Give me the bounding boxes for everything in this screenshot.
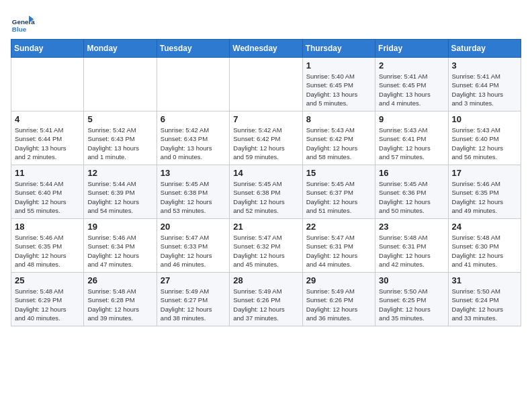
- day-info: Sunrise: 5:50 AM Sunset: 6:24 PM Dayligh…: [452, 287, 517, 322]
- day-number: 26: [87, 275, 152, 285]
- day-number: 25: [15, 275, 80, 285]
- day-number: 24: [452, 222, 517, 232]
- day-number: 22: [306, 222, 371, 232]
- day-number: 11: [15, 168, 80, 178]
- day-info: Sunrise: 5:50 AM Sunset: 6:25 PM Dayligh…: [379, 287, 444, 322]
- col-header-friday: Friday: [375, 40, 448, 58]
- day-number: 17: [452, 168, 517, 178]
- logo-icon: General Blue: [11, 11, 35, 35]
- day-number: 27: [161, 275, 226, 285]
- header: General Blue: [11, 11, 521, 35]
- calendar-cell: 9Sunrise: 5:43 AM Sunset: 6:41 PM Daylig…: [375, 111, 448, 165]
- calendar-cell: 17Sunrise: 5:46 AM Sunset: 6:35 PM Dayli…: [448, 165, 521, 219]
- day-number: 12: [87, 168, 152, 178]
- day-number: 29: [306, 275, 371, 285]
- day-number: 1: [306, 60, 371, 71]
- calendar-cell: 18Sunrise: 5:46 AM Sunset: 6:35 PM Dayli…: [11, 219, 84, 273]
- calendar-cell: [230, 58, 302, 111]
- day-number: 5: [87, 114, 152, 124]
- day-info: Sunrise: 5:41 AM Sunset: 6:44 PM Dayligh…: [452, 72, 517, 107]
- calendar-cell: 15Sunrise: 5:45 AM Sunset: 6:37 PM Dayli…: [302, 165, 375, 219]
- calendar-cell: [11, 58, 84, 111]
- day-number: 18: [15, 222, 80, 232]
- day-info: Sunrise: 5:49 AM Sunset: 6:26 PM Dayligh…: [306, 287, 371, 322]
- calendar-cell: 14Sunrise: 5:45 AM Sunset: 6:38 PM Dayli…: [230, 165, 302, 219]
- calendar-cell: [84, 58, 157, 111]
- day-number: 13: [161, 168, 226, 178]
- day-number: 16: [379, 168, 444, 178]
- day-number: 8: [306, 114, 371, 124]
- day-number: 31: [452, 275, 517, 285]
- calendar-cell: 13Sunrise: 5:45 AM Sunset: 6:38 PM Dayli…: [157, 165, 229, 219]
- day-info: Sunrise: 5:49 AM Sunset: 6:27 PM Dayligh…: [161, 287, 226, 322]
- calendar-cell: 4Sunrise: 5:41 AM Sunset: 6:44 PM Daylig…: [11, 111, 84, 165]
- day-info: Sunrise: 5:48 AM Sunset: 6:28 PM Dayligh…: [87, 287, 152, 322]
- day-number: 4: [15, 114, 80, 124]
- calendar-cell: [157, 58, 229, 111]
- calendar-cell: 1Sunrise: 5:40 AM Sunset: 6:45 PM Daylig…: [302, 58, 375, 111]
- calendar-cell: 3Sunrise: 5:41 AM Sunset: 6:44 PM Daylig…: [448, 58, 521, 111]
- day-number: 9: [379, 114, 444, 124]
- day-info: Sunrise: 5:41 AM Sunset: 6:44 PM Dayligh…: [15, 126, 80, 161]
- day-number: 28: [233, 275, 298, 285]
- calendar-cell: 24Sunrise: 5:48 AM Sunset: 6:30 PM Dayli…: [448, 219, 521, 273]
- day-info: Sunrise: 5:47 AM Sunset: 6:31 PM Dayligh…: [306, 233, 371, 269]
- day-number: 10: [452, 114, 517, 124]
- col-header-thursday: Thursday: [302, 40, 375, 58]
- day-info: Sunrise: 5:44 AM Sunset: 6:40 PM Dayligh…: [15, 179, 80, 215]
- day-number: 30: [379, 275, 444, 285]
- day-info: Sunrise: 5:42 AM Sunset: 6:43 PM Dayligh…: [87, 126, 152, 161]
- day-info: Sunrise: 5:43 AM Sunset: 6:41 PM Dayligh…: [379, 126, 444, 161]
- calendar-cell: 7Sunrise: 5:42 AM Sunset: 6:42 PM Daylig…: [230, 111, 302, 165]
- day-info: Sunrise: 5:48 AM Sunset: 6:30 PM Dayligh…: [452, 233, 517, 269]
- day-info: Sunrise: 5:46 AM Sunset: 6:35 PM Dayligh…: [15, 233, 80, 269]
- day-info: Sunrise: 5:48 AM Sunset: 6:31 PM Dayligh…: [379, 233, 444, 269]
- calendar-cell: 26Sunrise: 5:48 AM Sunset: 6:28 PM Dayli…: [84, 273, 157, 326]
- day-number: 7: [233, 114, 298, 124]
- day-info: Sunrise: 5:45 AM Sunset: 6:38 PM Dayligh…: [233, 179, 298, 215]
- day-number: 3: [452, 60, 517, 71]
- day-info: Sunrise: 5:41 AM Sunset: 6:45 PM Dayligh…: [379, 72, 444, 107]
- calendar-cell: 25Sunrise: 5:48 AM Sunset: 6:29 PM Dayli…: [11, 273, 84, 326]
- day-number: 20: [161, 222, 226, 232]
- calendar-cell: 2Sunrise: 5:41 AM Sunset: 6:45 PM Daylig…: [375, 58, 448, 111]
- calendar-cell: 20Sunrise: 5:47 AM Sunset: 6:33 PM Dayli…: [157, 219, 229, 273]
- day-info: Sunrise: 5:40 AM Sunset: 6:45 PM Dayligh…: [306, 72, 371, 107]
- day-number: 2: [379, 60, 444, 71]
- calendar-cell: 5Sunrise: 5:42 AM Sunset: 6:43 PM Daylig…: [84, 111, 157, 165]
- day-info: Sunrise: 5:48 AM Sunset: 6:29 PM Dayligh…: [15, 287, 80, 322]
- svg-text:Blue: Blue: [12, 26, 27, 33]
- day-info: Sunrise: 5:42 AM Sunset: 6:42 PM Dayligh…: [233, 126, 298, 161]
- calendar-table: SundayMondayTuesdayWednesdayThursdayFrid…: [11, 39, 521, 326]
- col-header-wednesday: Wednesday: [230, 40, 302, 58]
- day-number: 19: [87, 222, 152, 232]
- calendar-cell: 23Sunrise: 5:48 AM Sunset: 6:31 PM Dayli…: [375, 219, 448, 273]
- day-info: Sunrise: 5:43 AM Sunset: 6:40 PM Dayligh…: [452, 126, 517, 161]
- calendar-cell: 22Sunrise: 5:47 AM Sunset: 6:31 PM Dayli…: [302, 219, 375, 273]
- day-info: Sunrise: 5:47 AM Sunset: 6:32 PM Dayligh…: [233, 233, 298, 269]
- day-number: 15: [306, 168, 371, 178]
- calendar-cell: 16Sunrise: 5:45 AM Sunset: 6:36 PM Dayli…: [375, 165, 448, 219]
- day-info: Sunrise: 5:46 AM Sunset: 6:35 PM Dayligh…: [452, 179, 517, 215]
- calendar-cell: 28Sunrise: 5:49 AM Sunset: 6:26 PM Dayli…: [230, 273, 302, 326]
- day-number: 23: [379, 222, 444, 232]
- calendar-cell: 21Sunrise: 5:47 AM Sunset: 6:32 PM Dayli…: [230, 219, 302, 273]
- calendar-cell: 12Sunrise: 5:44 AM Sunset: 6:39 PM Dayli…: [84, 165, 157, 219]
- day-number: 14: [233, 168, 298, 178]
- calendar-cell: 29Sunrise: 5:49 AM Sunset: 6:26 PM Dayli…: [302, 273, 375, 326]
- day-info: Sunrise: 5:42 AM Sunset: 6:43 PM Dayligh…: [161, 126, 226, 161]
- day-number: 6: [161, 114, 226, 124]
- calendar-cell: 19Sunrise: 5:46 AM Sunset: 6:34 PM Dayli…: [84, 219, 157, 273]
- col-header-monday: Monday: [84, 40, 157, 58]
- day-info: Sunrise: 5:45 AM Sunset: 6:36 PM Dayligh…: [379, 179, 444, 215]
- col-header-tuesday: Tuesday: [157, 40, 229, 58]
- calendar-cell: 11Sunrise: 5:44 AM Sunset: 6:40 PM Dayli…: [11, 165, 84, 219]
- day-info: Sunrise: 5:45 AM Sunset: 6:38 PM Dayligh…: [161, 179, 226, 215]
- day-info: Sunrise: 5:44 AM Sunset: 6:39 PM Dayligh…: [87, 179, 152, 215]
- calendar-cell: 10Sunrise: 5:43 AM Sunset: 6:40 PM Dayli…: [448, 111, 521, 165]
- day-info: Sunrise: 5:47 AM Sunset: 6:33 PM Dayligh…: [161, 233, 226, 269]
- col-header-saturday: Saturday: [448, 40, 521, 58]
- calendar-cell: 8Sunrise: 5:43 AM Sunset: 6:42 PM Daylig…: [302, 111, 375, 165]
- calendar-cell: 6Sunrise: 5:42 AM Sunset: 6:43 PM Daylig…: [157, 111, 229, 165]
- calendar-cell: 30Sunrise: 5:50 AM Sunset: 6:25 PM Dayli…: [375, 273, 448, 326]
